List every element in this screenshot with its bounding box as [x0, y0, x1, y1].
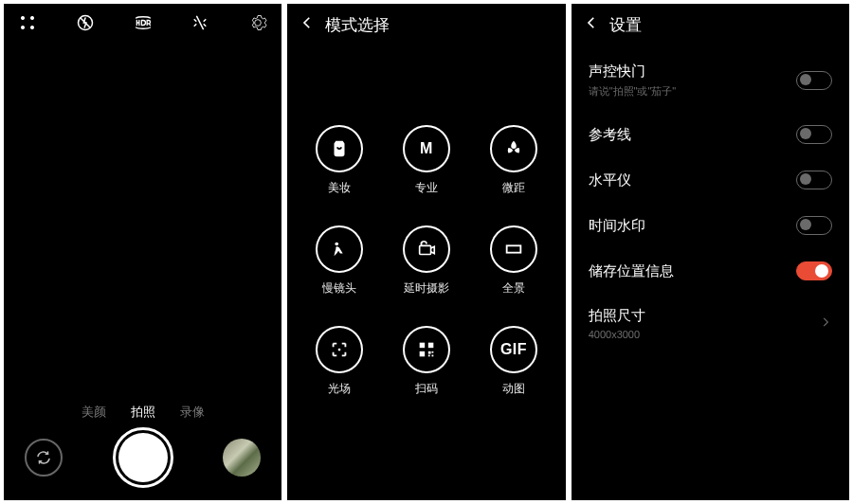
panorama-icon: [490, 225, 537, 273]
toggle-knob: [800, 173, 811, 185]
settings-row[interactable]: 水平仪: [572, 157, 849, 203]
settings-row-title: 水平仪: [589, 171, 631, 189]
back-icon[interactable]: [583, 14, 600, 36]
flash-off-icon[interactable]: [75, 12, 96, 33]
tab-photo[interactable]: 拍照: [131, 404, 155, 421]
beauty-icon: [316, 125, 363, 172]
settings-row-left: 储存位置信息: [589, 262, 674, 280]
slowmo-icon: [316, 225, 363, 273]
settings-row-left: 水平仪: [589, 171, 631, 189]
settings-row-left: 时间水印: [589, 217, 645, 235]
settings-row-title: 时间水印: [589, 217, 645, 235]
mode-item-macro[interactable]: 微距: [476, 125, 552, 220]
svg-rect-17: [431, 351, 433, 353]
mode-item-slowmo[interactable]: 慢镜头: [301, 225, 377, 320]
shutter-button[interactable]: [113, 427, 173, 488]
svg-rect-14: [428, 351, 431, 354]
hdr-icon[interactable]: [133, 12, 154, 33]
settings-row[interactable]: 参考线: [572, 112, 849, 157]
mode-select-header: 模式选择: [287, 4, 565, 45]
toggle[interactable]: [796, 171, 832, 189]
back-icon[interactable]: [299, 14, 316, 36]
mode-item-panorama[interactable]: 全景: [476, 225, 552, 320]
mode-item-pro-m[interactable]: M专业: [389, 125, 464, 220]
settings-row[interactable]: 储存位置信息: [572, 248, 849, 294]
mode-select-pane: 模式选择 美妆M专业微距慢镜头延时摄影全景光场扫码GIF动图: [287, 4, 565, 500]
lightfield-icon: [316, 326, 363, 373]
settings-row-subtitle: 请说"拍照"或"茄子": [589, 84, 677, 99]
chevron-right-icon: [819, 315, 832, 333]
settings-list: 声控快门请说"拍照"或"茄子"参考线水平仪时间水印储存位置信息拍照尺寸4000x…: [572, 45, 849, 500]
toggle-knob: [815, 264, 828, 278]
settings-icon[interactable]: [247, 12, 268, 33]
svg-rect-12: [428, 343, 434, 349]
modes-icon[interactable]: [17, 12, 38, 33]
svg-point-1: [30, 16, 33, 19]
mode-label: 微距: [502, 180, 525, 196]
settings-row[interactable]: 拍照尺寸4000x3000: [572, 294, 849, 353]
pro-m-icon: M: [403, 125, 450, 172]
mode-item-lightfield[interactable]: 光场: [301, 326, 377, 421]
camera-bottombar: [4, 424, 281, 500]
mode-label: 动图: [502, 381, 525, 397]
mode-label: 扫码: [415, 381, 438, 397]
settings-title: 设置: [609, 14, 642, 36]
mode-label: 美妆: [328, 180, 351, 196]
mode-label: 全景: [502, 280, 525, 297]
filters-icon[interactable]: [190, 12, 210, 33]
toggle[interactable]: [796, 261, 832, 280]
svg-point-10: [338, 349, 341, 351]
svg-point-3: [30, 26, 33, 28]
svg-point-6: [335, 243, 338, 246]
svg-point-8: [421, 243, 423, 244]
svg-point-2: [21, 26, 24, 28]
settings-row-title: 储存位置信息: [589, 262, 674, 280]
mode-item-timelapse[interactable]: 延时摄影: [389, 225, 464, 320]
camera-mode-tabs: 美颜 拍照 录像: [4, 398, 281, 424]
toggle-knob: [800, 219, 811, 230]
settings-pane: 设置 声控快门请说"拍照"或"茄子"参考线水平仪时间水印储存位置信息拍照尺寸40…: [572, 4, 849, 500]
viewfinder[interactable]: [4, 40, 281, 398]
timelapse-icon: [403, 225, 450, 273]
mode-label: 专业: [415, 180, 438, 196]
toggle[interactable]: [796, 216, 832, 235]
mode-item-beauty[interactable]: 美妆: [301, 125, 377, 220]
gallery-thumbnail[interactable]: [223, 439, 261, 477]
svg-rect-16: [428, 355, 430, 357]
svg-point-0: [21, 16, 24, 19]
mode-label: 光场: [328, 381, 351, 397]
mode-item-qr[interactable]: 扫码: [389, 326, 464, 421]
settings-row-subtitle: 4000x3000: [589, 329, 645, 340]
toggle-knob: [800, 74, 811, 85]
switch-camera-button[interactable]: [25, 439, 63, 477]
settings-row[interactable]: 声控快门请说"拍照"或"茄子": [572, 49, 849, 112]
toggle[interactable]: [796, 125, 832, 144]
mode-grid-wrap: 美妆M专业微距慢镜头延时摄影全景光场扫码GIF动图: [287, 45, 565, 500]
macro-icon: [490, 125, 537, 172]
settings-row-title: 声控快门: [589, 63, 677, 81]
mode-select-title: 模式选择: [325, 14, 390, 36]
camera-pane: 美颜 拍照 录像: [4, 4, 281, 500]
settings-header: 设置: [572, 4, 849, 45]
settings-row-left: 声控快门请说"拍照"或"茄子": [589, 63, 677, 99]
mode-item-gif[interactable]: GIF动图: [476, 326, 552, 421]
tab-beauty[interactable]: 美颜: [82, 404, 106, 421]
settings-row-title: 拍照尺寸: [589, 307, 645, 325]
qr-icon: [403, 326, 450, 373]
tab-video[interactable]: 录像: [180, 404, 205, 421]
gif-icon: GIF: [490, 326, 537, 373]
mode-label: 慢镜头: [322, 280, 356, 297]
svg-rect-7: [420, 245, 431, 254]
settings-row-title: 参考线: [589, 126, 631, 144]
svg-rect-11: [420, 343, 426, 349]
toggle[interactable]: [796, 71, 832, 90]
settings-row-left: 参考线: [589, 126, 631, 144]
settings-row[interactable]: 时间水印: [572, 203, 849, 248]
shutter-inner: [118, 433, 168, 482]
mode-grid: 美妆M专业微距慢镜头延时摄影全景光场扫码GIF动图: [301, 125, 552, 421]
camera-topbar: [4, 6, 281, 40]
svg-rect-15: [431, 355, 433, 357]
svg-rect-13: [420, 351, 426, 357]
mode-label: 延时摄影: [404, 280, 449, 297]
svg-rect-9: [507, 245, 521, 252]
